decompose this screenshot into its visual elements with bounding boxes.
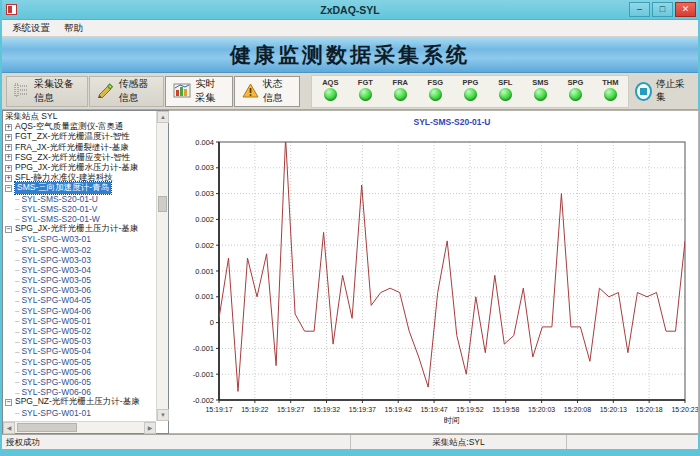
y-tick-label: 0.003: [195, 189, 214, 198]
channel-spg: SPG: [563, 78, 587, 101]
tree-item-15[interactable]: –SYL-SPG-W03-04: [5, 265, 156, 275]
tree-item-12[interactable]: –SYL-SPG-W03-01: [5, 234, 156, 244]
tree-item-label: SYL-SPG-W03-05: [21, 275, 90, 285]
tree-item-label: SYL-SPG-W05-05: [21, 357, 90, 367]
status-warning-icon: [242, 83, 259, 100]
expand-icon[interactable]: +: [5, 124, 12, 131]
expand-icon[interactable]: +: [5, 134, 12, 141]
menu-item-1[interactable]: 帮助: [58, 21, 89, 36]
tree-item-20[interactable]: –SYL-SPG-W05-01: [5, 316, 156, 326]
toolbar-button-0[interactable]: 采集设备信息: [6, 76, 88, 107]
tree-item-label: SYL-SPG-W05-03: [21, 336, 90, 346]
tree-horizontal-scrollbar[interactable]: ◀ ▶: [3, 421, 156, 433]
y-tick-label: 0.002: [195, 215, 214, 224]
tree-item-label: SYL-SPG-W05-04: [21, 346, 90, 356]
tree-connector: –: [15, 265, 19, 274]
y-tick-label: 0.004: [195, 138, 214, 147]
tree-item-19[interactable]: –SYL-SPG-W04-06: [5, 306, 156, 316]
toolbar-buttons: 采集设备信息传感器信息实时采集状态信息: [6, 76, 301, 107]
menu-bar: 系统设置帮助: [2, 20, 698, 37]
toolbar-button-label: 实时采集: [195, 77, 224, 105]
tree-item-label: SYL-SPG-W03-04: [21, 265, 90, 275]
device-info-icon: [14, 82, 30, 100]
green-led-icon: [569, 88, 582, 101]
channel-label: SPG: [567, 78, 583, 87]
channel-fsg: FSG: [423, 78, 447, 101]
green-led-icon: [464, 88, 477, 101]
close-button[interactable]: ✕: [675, 2, 696, 17]
tree-item-16[interactable]: –SYL-SPG-W03-05: [5, 275, 156, 285]
collapse-icon[interactable]: −: [5, 226, 12, 233]
tree-connector: –: [15, 204, 19, 213]
y-tick-label: -0.001: [193, 370, 214, 379]
channel-sfl: SFL: [493, 78, 517, 101]
maximize-button[interactable]: □: [652, 2, 673, 17]
x-tick-label: 15:20:03: [528, 406, 555, 413]
scroll-right-icon[interactable]: ▶: [144, 422, 156, 434]
tree-item-18[interactable]: –SYL-SPG-W04-05: [5, 295, 156, 305]
tree-item-22[interactable]: –SYL-SPG-W05-03: [5, 336, 156, 346]
horizontal-scroll-thumb[interactable]: [17, 423, 77, 432]
channel-sms: SMS: [528, 78, 552, 101]
collapse-icon[interactable]: −: [5, 399, 12, 406]
stop-collect-button[interactable]: 停止采集: [629, 76, 694, 106]
toolbar-button-label: 状态信息: [263, 77, 293, 105]
tree-connector: –: [15, 388, 19, 397]
channel-label: PPG: [462, 78, 478, 87]
channel-thm: THM: [598, 78, 622, 101]
expand-icon[interactable]: +: [5, 154, 12, 161]
channel-label: FRA: [393, 78, 408, 87]
tree-vertical-scrollbar[interactable]: ▲ ▼: [156, 111, 168, 421]
tree-connector: –: [15, 337, 19, 346]
expand-icon[interactable]: +: [5, 165, 12, 172]
sensor-info-icon: [97, 83, 114, 100]
x-tick-label: 15:19:32: [313, 406, 340, 413]
tree-item-17[interactable]: –SYL-SPG-W03-06: [5, 285, 156, 295]
tree-item-14[interactable]: –SYL-SPG-W03-03: [5, 255, 156, 265]
expand-icon[interactable]: +: [5, 175, 12, 182]
toolbar-button-1[interactable]: 传感器信息: [89, 76, 164, 107]
tree-item-label: SYL-SPG-W04-05: [21, 295, 90, 305]
tree-item-13[interactable]: –SYL-SPG-W03-02: [5, 244, 156, 254]
toolbar-button-label: 采集设备信息: [34, 77, 80, 105]
expand-icon[interactable]: +: [5, 144, 12, 151]
tree-connector: –: [15, 347, 19, 356]
tree-item-11[interactable]: −SPG_JX-光纤光栅土压力计-基康: [5, 224, 156, 234]
minimize-button[interactable]: –: [629, 2, 650, 17]
green-led-icon: [499, 88, 512, 101]
status-bar-spacer: [567, 435, 698, 449]
y-tick-label: 0.003: [195, 163, 214, 172]
channel-label: SFL: [498, 78, 512, 87]
channel-fgt: FGT: [353, 78, 377, 101]
x-tick-label: 15:19:58: [492, 406, 519, 413]
tree-item-7[interactable]: −SMS-三向加速度计-青岛: [5, 183, 156, 193]
menu-item-0[interactable]: 系统设置: [6, 21, 56, 36]
tree-item-26[interactable]: –SYL-SPG-W06-05: [5, 377, 156, 387]
x-tick-label: 15:19:37: [349, 406, 376, 413]
tree-item-23[interactable]: –SYL-SPG-W05-04: [5, 346, 156, 356]
channel-ppg: PPG: [458, 78, 482, 101]
tree-item-28[interactable]: −SPG_NZ-光纤光栅土压力计-基康: [5, 397, 156, 407]
green-led-icon: [429, 88, 442, 101]
toolbar-button-3[interactable]: 状态信息: [234, 76, 301, 107]
toolbar-button-2[interactable]: 实时采集: [165, 76, 232, 107]
collapse-icon[interactable]: −: [5, 185, 12, 192]
channel-label: THM: [602, 78, 618, 87]
main-area: 采集站点 SYL+AQS-空气质量监测仪-富奥通+FGT_ZX-光纤光栅温度计-…: [2, 110, 698, 434]
toolbar: 采集设备信息传感器信息实时采集状态信息 AQSFGTFRAFSGPPGSFLSM…: [2, 73, 698, 110]
tree-connector: –: [15, 377, 19, 386]
y-tick-label: -0.001: [193, 344, 214, 353]
scroll-left-icon[interactable]: ◀: [3, 422, 15, 434]
vertical-scroll-thumb[interactable]: [158, 196, 167, 212]
tree-item-9[interactable]: –SYL-SMS-S20-01-V: [5, 204, 156, 214]
tree-item-21[interactable]: –SYL-SPG-W05-02: [5, 326, 156, 336]
tree-item-25[interactable]: –SYL-SPG-W05-06: [5, 367, 156, 377]
tree-item-8[interactable]: –SYL-SMS-S20-01-U: [5, 194, 156, 204]
tree-connector: –: [15, 367, 19, 376]
x-tick-label: 15:20:18: [636, 406, 663, 413]
scroll-down-icon[interactable]: ▼: [157, 409, 169, 421]
tree-item-label: SYL-SPG-W05-01: [21, 316, 90, 326]
tree-item-24[interactable]: –SYL-SPG-W05-05: [5, 357, 156, 367]
tree-item-29[interactable]: –SYL-SPG-W01-01: [5, 407, 156, 417]
scroll-up-icon[interactable]: ▲: [157, 111, 169, 123]
